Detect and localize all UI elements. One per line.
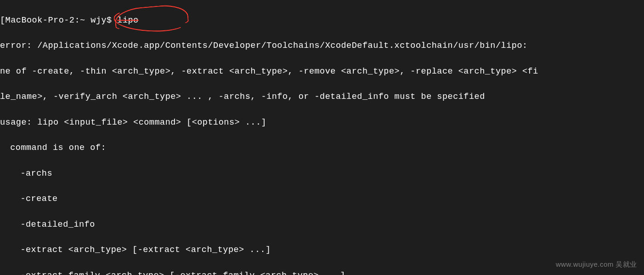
error-line: le_name>, -verify_arch <arch_type> ... ,…: [0, 91, 644, 103]
prompt-path: ~: [80, 16, 85, 25]
command-item: -create: [0, 193, 644, 206]
prompt-bracket: [: [0, 16, 6, 25]
error-line: error: /Applications/Xcode.app/Contents/…: [0, 40, 644, 52]
command-item: -detailed_info: [0, 218, 644, 231]
prompt-line[interactable]: [MacBook-Pro-2:~ wjy$ lipo: [0, 14, 644, 27]
watermark: www.wujiuye.com 吴就业: [556, 259, 637, 270]
prompt-host: MacBook-Pro-2:: [6, 16, 80, 25]
command-item: -extract <arch_type> [-extract <arch_typ…: [0, 244, 644, 257]
error-line: ne of -create, -thin <arch_type>, -extra…: [0, 65, 644, 78]
prompt-user: wjy$: [90, 16, 112, 25]
command-item: -archs: [0, 167, 644, 180]
command-item: -extract_family <arch_type> [-extract_fa…: [0, 269, 644, 275]
terminal-output[interactable]: [MacBook-Pro-2:~ wjy$ lipo error: /Appli…: [0, 1, 644, 275]
usage-line: usage: lipo <input_file> <command> [<opt…: [0, 116, 644, 129]
command-header: command is one of:: [0, 142, 644, 155]
